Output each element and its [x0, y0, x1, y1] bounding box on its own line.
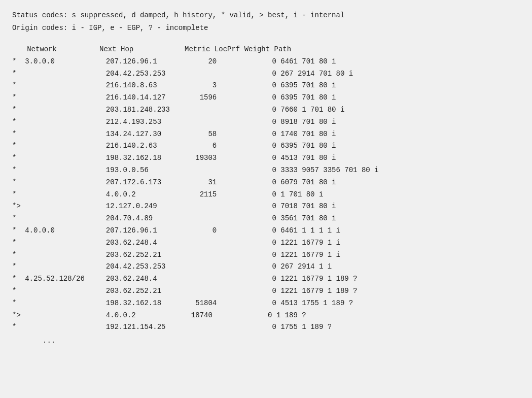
table-row: * 4.25.52.128/26 203.62.248.4 0 1221 167… — [12, 273, 520, 285]
status-line-2: Origin codes: i - IGP, e - EGP, ? - inco… — [12, 23, 520, 34]
table-row: * 192.121.154.25 0 1755 1 189 ? — [12, 321, 520, 334]
table-row: * 216.140.2.63 6 0 6395 701 80 i — [12, 140, 520, 152]
table-row: * 203.62.252.21 0 1221 16779 1 i — [12, 249, 520, 261]
table-row: * 216.140.14.127 1596 0 6395 701 80 i — [12, 92, 520, 104]
table-row: * 4.0.0.2 2115 0 1 701 80 i — [12, 189, 520, 201]
table-row: * 216.140.8.63 3 0 6395 701 80 i — [12, 80, 520, 92]
table-row: * 204.70.4.89 0 3561 701 80 i — [12, 213, 520, 225]
table-row: * 4.0.0.0 207.126.96.1 0 0 6461 1 1 1 1 … — [12, 225, 520, 237]
table-row: * 134.24.127.30 58 0 1740 701 80 i — [12, 128, 520, 141]
table-header: Network Next Hop Metric LocPrf Weight Pa… — [12, 44, 520, 56]
status-line-1: Status codes: s suppressed, d damped, h … — [12, 10, 520, 21]
table-row: * 212.4.193.253 0 8918 701 80 i — [12, 116, 520, 128]
table-row: *> 4.0.0.2 18740 0 1 189 ? — [12, 310, 520, 322]
table-row: *> 12.127.0.249 0 7018 701 80 i — [12, 201, 520, 213]
table-row: * 204.42.253.253 0 267 2914 701 80 i — [12, 68, 520, 80]
table-row: * 204.42.253.253 0 267 2914 1 i — [12, 261, 520, 273]
table-row: * 207.172.6.173 31 0 6079 701 80 i — [12, 177, 520, 189]
table-row: * 203.181.248.233 0 7660 1 701 80 i — [12, 104, 520, 116]
table-row: * 198.32.162.18 51804 0 4513 1755 1 189 … — [12, 297, 520, 310]
ellipsis-row: ... — [12, 334, 520, 348]
table-row: * 203.62.252.21 0 1221 16779 1 189 ? — [12, 285, 520, 297]
table-row: * 203.62.248.4 0 1221 16779 1 i — [12, 237, 520, 249]
table-row: * 198.32.162.18 19303 0 4513 701 80 i — [12, 152, 520, 164]
table-body: * 3.0.0.0 207.126.96.1 20 0 6461 701 80 … — [12, 56, 520, 334]
table-row: * 193.0.0.56 0 3333 9057 3356 701 80 i — [12, 164, 520, 177]
table-row: * 3.0.0.0 207.126.96.1 20 0 6461 701 80 … — [12, 56, 520, 68]
terminal-output: Status codes: s suppressed, d damped, h … — [12, 10, 520, 348]
